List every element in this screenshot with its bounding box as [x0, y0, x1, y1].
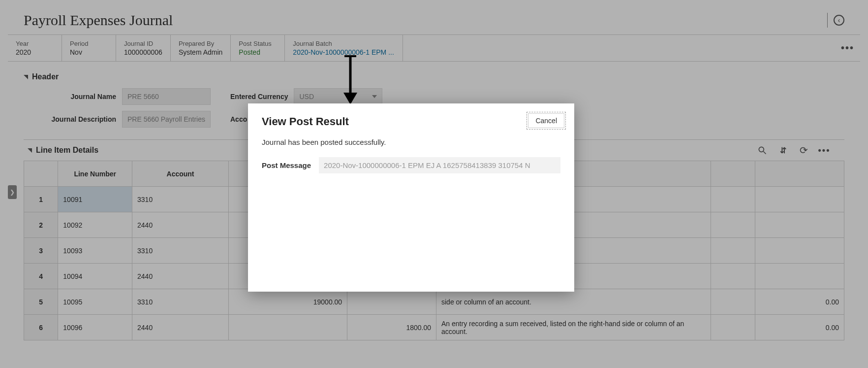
- post-message-label: Post Message: [262, 161, 311, 169]
- post-message-value: 2020-Nov-1000000006-1 EPM EJ A 162575841…: [319, 157, 560, 173]
- modal-title: View Post Result: [262, 115, 560, 128]
- modal-message: Journal has been posted successfully.: [262, 138, 560, 146]
- cancel-button[interactable]: Cancel: [528, 113, 564, 128]
- modal-post-message-field: Post Message 2020-Nov-1000000006-1 EPM E…: [262, 157, 560, 173]
- view-post-result-modal: View Post Result Cancel Journal has been…: [248, 103, 574, 292]
